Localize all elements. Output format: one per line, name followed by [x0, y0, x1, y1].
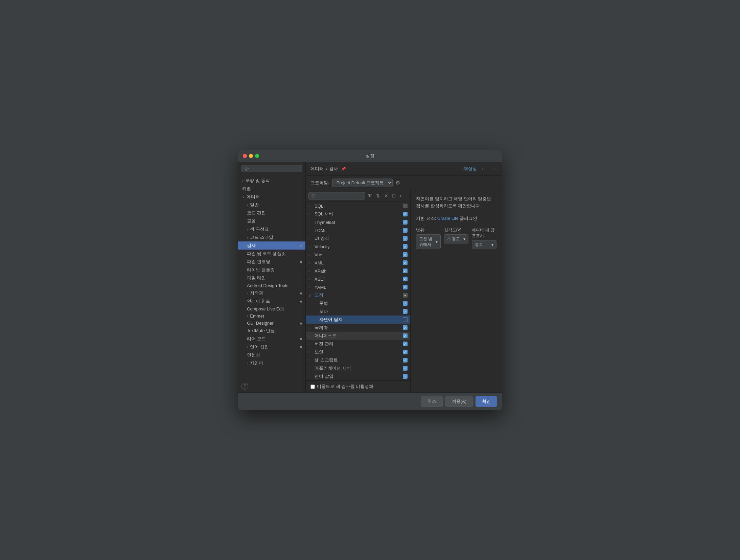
checkbox[interactable]: [403, 342, 408, 346]
help-button[interactable]: ?: [241, 383, 248, 390]
list-item-app-server[interactable]: › 애플리케이션 서버: [306, 364, 410, 372]
checkbox[interactable]: [403, 212, 408, 216]
list-item-natural-lang-detect[interactable]: 자연어 탐지: [306, 316, 410, 324]
checkbox[interactable]: [403, 374, 408, 379]
sidebar-item-code-style[interactable]: › 코드 스타일: [238, 233, 305, 241]
nav-back-button[interactable]: ←: [480, 165, 487, 172]
ok-button[interactable]: 확인: [476, 396, 497, 407]
badge-icon: ■: [300, 291, 302, 295]
checkbox[interactable]: [403, 204, 408, 208]
list-item-security[interactable]: › 보안: [306, 348, 410, 356]
list-item-sql-server[interactable]: › SQL 서버: [306, 210, 410, 218]
sidebar-item-file-types[interactable]: 파일 타입: [238, 274, 305, 282]
list-item-shell-script[interactable]: › 셸 스크립트: [306, 356, 410, 364]
cancel-button[interactable]: 취소: [421, 396, 443, 407]
minimize-button[interactable]: [249, 154, 253, 158]
sidebar-item-editor[interactable]: ∨ 에디터: [238, 193, 305, 201]
list-item-grammar[interactable]: 문법: [306, 299, 410, 307]
checkbox[interactable]: [403, 293, 408, 298]
checkbox[interactable]: [403, 244, 408, 249]
sidebar-item-reader-mode[interactable]: 리더 모드 ■: [238, 335, 305, 343]
sidebar-item-code-edit[interactable]: 코드 편집: [238, 209, 305, 217]
list-item-manifest[interactable]: › 매니페스트: [306, 332, 410, 340]
list-item-version-control[interactable]: › 버전 관리: [306, 340, 410, 348]
sort-button[interactable]: ⇅: [375, 192, 381, 199]
sidebar-item-intention[interactable]: 인텐션: [238, 351, 305, 359]
checkbox[interactable]: [403, 358, 408, 363]
list-item-xml[interactable]: › XML: [306, 259, 410, 267]
sidebar-item-inspections[interactable]: 검사 ■: [238, 241, 305, 250]
sidebar-item-file-encoding[interactable]: 파일 인코딩 ■: [238, 258, 305, 266]
sidebar-item-textmate[interactable]: TextMate 번들: [238, 327, 305, 335]
list-search-input[interactable]: [308, 192, 365, 200]
grazie-lite-link[interactable]: Grazie Lite: [437, 216, 459, 221]
maximize-button[interactable]: [255, 154, 259, 158]
disable-new-inspections-checkbox[interactable]: 디폴트로 새 검사를 비활성화: [310, 383, 373, 390]
sidebar-item-live-templates[interactable]: 라이브 템플릿: [238, 266, 305, 274]
checkbox[interactable]: [403, 285, 408, 289]
list-item-ui-form[interactable]: › UI 양식: [306, 234, 410, 242]
list-item-typo[interactable]: 오타: [306, 307, 410, 316]
add-button[interactable]: +: [398, 192, 403, 199]
remove-button[interactable]: −: [405, 192, 410, 199]
sidebar-search-input[interactable]: [241, 165, 302, 172]
apply-button[interactable]: 적용(A): [445, 396, 473, 407]
checkbox[interactable]: [403, 269, 408, 273]
list-item-toml[interactable]: › TOML: [306, 226, 410, 234]
sidebar-item-emmet[interactable]: › Emmet: [238, 312, 305, 320]
sidebar-item-file-templates[interactable]: 파일 및 코드 템플릿: [238, 250, 305, 258]
list-item-xpath[interactable]: › XPath: [306, 267, 410, 275]
sidebar-item-color-scheme[interactable]: › 색 구성표: [238, 225, 305, 233]
checkbox[interactable]: [403, 220, 408, 225]
reset-link[interactable]: 재설정: [464, 166, 477, 172]
list-item-proofreading[interactable]: ∨ 교정: [306, 291, 410, 299]
list-item-yaml[interactable]: › YAML: [306, 283, 410, 291]
close-filter-button[interactable]: ✕: [383, 192, 390, 199]
checkbox[interactable]: [403, 333, 408, 338]
sidebar-item-appearance[interactable]: › 모양 및 동작: [238, 177, 305, 185]
sidebar-item-gui-designer[interactable]: GUI Designer ■: [238, 320, 305, 327]
highlight-select[interactable]: 경고 ▾: [472, 240, 496, 249]
sidebar-item-font[interactable]: 글꼴: [238, 217, 305, 225]
list-item-lang-injection[interactable]: › 언어 삽입: [306, 372, 410, 380]
close-button[interactable]: [243, 154, 247, 158]
list-item-sql[interactable]: › SQL: [306, 202, 410, 210]
checkbox-input[interactable]: [310, 384, 315, 389]
nav-forward-button[interactable]: →: [490, 165, 497, 172]
checkbox[interactable]: [403, 260, 408, 265]
sidebar-item-general[interactable]: › 일반: [238, 201, 305, 209]
breadcrumb-current[interactable]: 검사: [329, 166, 338, 172]
detail-settings: 범위: 모든 범위에서 ▾ 심각도(V): ⚠ 경고 ▾: [416, 227, 496, 249]
sidebar-item-android-design[interactable]: Android Design Tools: [238, 282, 305, 289]
filter-button[interactable]: ⧨: [367, 192, 373, 200]
checkbox[interactable]: [403, 366, 408, 371]
scope-select[interactable]: 모든 범위에서 ▾: [416, 234, 441, 249]
list-item-xslt[interactable]: › XSLT: [306, 275, 410, 283]
sidebar-items: › 모양 및 동작 키맵 ∨ 에디터 › 일반: [238, 175, 305, 380]
sidebar-item-compose-live[interactable]: Compose Live Edit: [238, 305, 305, 312]
checkbox[interactable]: [403, 252, 408, 257]
sidebar-item-keymap[interactable]: 키맵: [238, 185, 305, 193]
sidebar-item-lang-inject[interactable]: › 언어 삽입 ■: [238, 343, 305, 351]
breadcrumb-root[interactable]: 에디터: [310, 166, 324, 172]
list-item-i18n[interactable]: › 국제화: [306, 324, 410, 332]
checkbox[interactable]: [403, 277, 408, 281]
checkbox[interactable]: [403, 350, 408, 354]
list-item-velocity[interactable]: › Velocity: [306, 242, 410, 251]
checkbox[interactable]: [403, 228, 408, 233]
list-item-thymeleaf[interactable]: › Thymeleaf: [306, 218, 410, 226]
severity-select[interactable]: ⚠ 경고 ▾: [444, 234, 469, 243]
checkbox[interactable]: [403, 325, 408, 330]
sidebar-item-copyright[interactable]: › 저작권 ■: [238, 289, 305, 297]
profile-select[interactable]: Project Default 프로젝트: [332, 179, 393, 187]
sidebar-item-natural-lang[interactable]: › 자연어: [238, 359, 305, 367]
gear-button[interactable]: ⚙: [395, 180, 400, 186]
pin-icon[interactable]: 📌: [341, 167, 346, 171]
checkbox[interactable]: [403, 236, 408, 241]
sidebar-item-inlay-hints[interactable]: 인레이 힌트 ■: [238, 297, 305, 305]
list-item-vue[interactable]: › Vue: [306, 251, 410, 259]
checkbox[interactable]: [403, 309, 408, 314]
checkbox[interactable]: [403, 301, 408, 306]
expand-button[interactable]: □: [391, 192, 396, 199]
checkbox[interactable]: [403, 317, 408, 322]
